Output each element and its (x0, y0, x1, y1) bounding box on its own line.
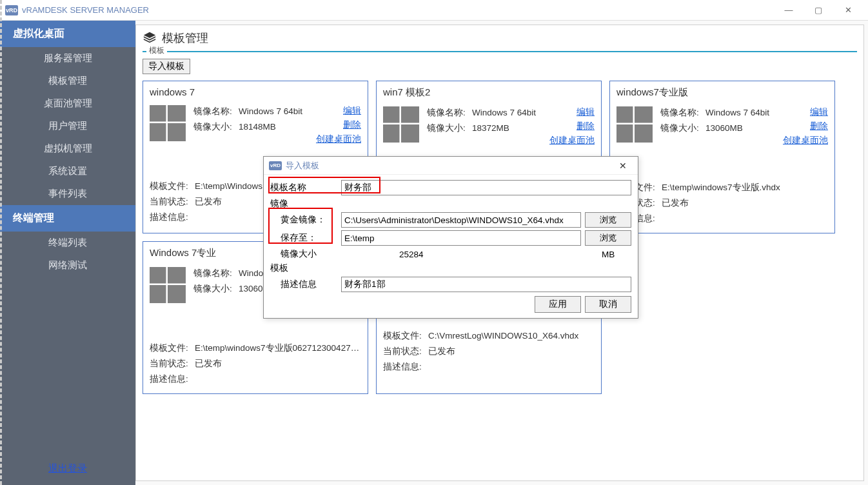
browse-gold-image-button[interactable]: 浏览 (585, 212, 631, 228)
create-pool-link[interactable]: 创建桌面池 (316, 132, 361, 146)
svg-rect-3 (168, 123, 186, 141)
create-pool-link[interactable]: 创建桌面池 (549, 134, 595, 148)
value-image-name: Windows 7 64bit (705, 108, 769, 117)
window-minimize-button[interactable]: — (774, 0, 804, 21)
sidebar: 虚拟化桌面 服务器管理 模板管理 桌面池管理 用户管理 虚拟机管理 系统设置 事… (0, 21, 135, 485)
sidebar-group-terminal: 终端管理 (0, 205, 135, 232)
sidebar-item-user-mgmt[interactable]: 用户管理 (0, 115, 135, 137)
sidebar-item-sys-settings[interactable]: 系统设置 (0, 160, 135, 183)
label-gold-image: 黄金镜像： (281, 214, 341, 226)
section-divider (143, 51, 857, 52)
desc-input[interactable] (341, 277, 631, 292)
window-edge-decoration (0, 0, 2, 485)
cancel-button[interactable]: 取消 (585, 296, 631, 313)
svg-rect-4 (383, 106, 399, 123)
image-size-value: 25284 (341, 250, 593, 259)
sidebar-item-terminal-list[interactable]: 终端列表 (0, 232, 135, 254)
label-desc: 描述信息: (150, 210, 195, 225)
template-name-input[interactable] (341, 180, 631, 195)
image-size-unit: MB (593, 250, 631, 259)
browse-save-to-button[interactable]: 浏览 (585, 230, 631, 246)
group-label-image: 镜像 (270, 198, 631, 210)
sidebar-item-vm-mgmt[interactable]: 虚拟机管理 (0, 137, 135, 160)
label-image-name: 镜像名称: (660, 105, 705, 121)
value-image-name: Windows 7 64bit (239, 106, 302, 116)
template-card: windows7专业版镜像名称:Windows 7 64bit镜像大小:1306… (609, 81, 835, 233)
card-title: windows7专业版 (616, 86, 828, 99)
delete-link[interactable]: 删除 (343, 118, 361, 132)
windows-logo-icon (150, 104, 193, 146)
svg-rect-5 (401, 106, 419, 123)
windows-logo-icon (383, 105, 427, 148)
label-desc: 描述信息 (281, 279, 341, 290)
value-template-file: E:\temp\windows7专业版.vhdx (662, 183, 780, 192)
value-status: 已发布 (195, 359, 222, 368)
value-image-name: Windows 7 64bit (472, 108, 536, 117)
sidebar-group-virtual-desktop: 虚拟化桌面 (0, 21, 135, 47)
svg-rect-12 (150, 267, 166, 283)
value-image-size: 18148MB (239, 122, 276, 132)
label-image-size: 镜像大小: (427, 121, 472, 136)
svg-rect-0 (150, 105, 166, 121)
value-image-size: 13060MB (705, 123, 743, 133)
create-pool-link[interactable]: 创建桌面池 (783, 134, 828, 148)
svg-rect-2 (150, 123, 166, 141)
label-image-name: 镜像名称: (193, 266, 239, 281)
windows-logo-icon (150, 266, 193, 308)
edit-link[interactable]: 编辑 (343, 104, 361, 118)
svg-rect-7 (401, 124, 419, 143)
sidebar-item-event-list[interactable]: 事件列表 (0, 183, 135, 205)
sidebar-item-pool-mgmt[interactable]: 桌面池管理 (0, 92, 135, 115)
section-wrapper: 模板 (143, 51, 857, 52)
value-image-size: 18372MB (472, 123, 509, 133)
value-status: 已发布 (662, 198, 689, 208)
sidebar-item-server-mgmt[interactable]: 服务器管理 (0, 47, 135, 70)
label-desc: 描述信息: (150, 371, 195, 387)
gold-image-input[interactable] (341, 212, 581, 228)
label-image-size: 镜像大小: (193, 281, 239, 297)
delete-link[interactable]: 删除 (810, 119, 828, 134)
svg-rect-6 (383, 124, 399, 143)
app-logo-icon: vRD (5, 5, 18, 15)
svg-rect-13 (168, 267, 186, 283)
svg-rect-9 (635, 106, 653, 123)
window-close-button[interactable]: ✕ (833, 0, 863, 21)
label-image-size: 镜像大小: (660, 121, 705, 136)
label-status: 当前状态: (383, 344, 428, 359)
page-title: 模板管理 (162, 30, 208, 46)
page-title-row: 模板管理 (143, 30, 857, 51)
label-image-size: 镜像大小: (193, 119, 239, 135)
delete-link[interactable]: 删除 (577, 119, 595, 134)
logout-link[interactable]: 退出登录 (48, 462, 87, 473)
value-template-file: C:\VmrestLog\WINDOWS10_X64.vhdx (428, 331, 578, 341)
edit-link[interactable]: 编辑 (577, 105, 595, 119)
group-label-template: 模板 (270, 262, 631, 274)
label-template-file: 模板文件: (150, 179, 195, 194)
apply-button[interactable]: 应用 (535, 296, 581, 313)
value-status: 已发布 (428, 346, 455, 356)
save-to-input[interactable] (341, 230, 581, 246)
app-title: vRAMDESK SERVER MANAGER (22, 5, 149, 15)
label-desc: 描述信息: (383, 359, 428, 375)
value-template-file: E:\temp\Windows (195, 181, 262, 191)
dialog-logo-icon: vRD (269, 161, 282, 170)
edit-link[interactable]: 编辑 (810, 105, 828, 119)
label-image-size: 镜像大小 (281, 248, 341, 260)
sidebar-item-network-test[interactable]: 网络测试 (0, 254, 135, 277)
svg-rect-10 (616, 124, 633, 143)
template-stack-icon (143, 31, 157, 45)
import-template-button[interactable]: 导入模板 (143, 59, 190, 74)
logout-area: 退出登录 (0, 456, 135, 485)
sidebar-item-template-mgmt[interactable]: 模板管理 (0, 70, 135, 92)
label-image-name: 镜像名称: (427, 105, 472, 121)
card-title: win7 模板2 (383, 86, 595, 99)
svg-rect-1 (168, 105, 186, 121)
section-label: 模板 (146, 45, 167, 56)
dialog-close-button[interactable]: ✕ (613, 161, 633, 171)
label-template-file: 模板文件: (383, 328, 428, 344)
svg-rect-15 (168, 285, 186, 303)
window-maximize-button[interactable]: ▢ (804, 0, 833, 21)
label-template-name: 模板名称 (270, 182, 341, 193)
import-template-dialog: vRD 导入模板 ✕ 模板名称 镜像 黄金镜像： 浏览 保存至： 浏览 镜像大小… (263, 156, 638, 319)
svg-rect-14 (150, 285, 166, 303)
